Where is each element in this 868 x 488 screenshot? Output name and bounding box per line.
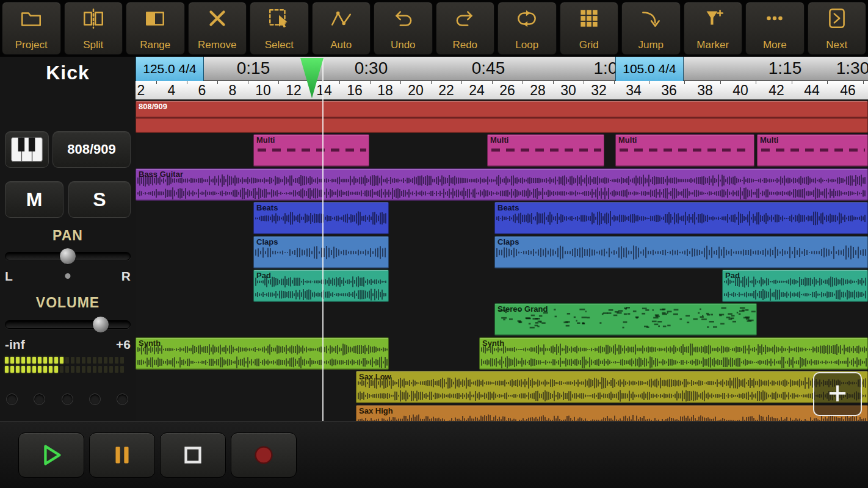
clip-label: Pad bbox=[725, 271, 740, 280]
range-icon bbox=[143, 6, 167, 30]
audio-clip[interactable]: Multi bbox=[487, 134, 604, 167]
marker-button[interactable]: Marker bbox=[684, 2, 743, 55]
meter-segment bbox=[104, 357, 107, 364]
clip-waveform bbox=[136, 101, 868, 133]
marker-icon bbox=[701, 6, 725, 30]
audio-clip[interactable]: Bass Guitar bbox=[136, 168, 868, 201]
undo-button[interactable]: Undo bbox=[374, 2, 433, 55]
range-button[interactable]: Range bbox=[126, 2, 185, 55]
clip-waveform bbox=[136, 169, 868, 201]
bar-number: 20 bbox=[408, 82, 424, 99]
meter-segment bbox=[10, 357, 14, 364]
audio-clip[interactable]: Synth bbox=[479, 337, 868, 370]
track-row-claps: ClapsClaps bbox=[136, 236, 868, 268]
audio-clip[interactable]: Stereo Grand bbox=[494, 303, 757, 336]
timeline-ruler[interactable]: 0:150:300:451:01:151:30125.0 4/4105.0 4/… bbox=[136, 57, 868, 99]
audio-clip[interactable]: Synth bbox=[136, 337, 389, 370]
page-dot[interactable] bbox=[34, 393, 45, 405]
audio-clip[interactable]: Beats bbox=[494, 202, 868, 234]
page-dot[interactable] bbox=[117, 393, 128, 405]
volume-min-label: -inf bbox=[5, 337, 25, 352]
page-dot[interactable] bbox=[6, 393, 18, 405]
next-button-label: Next bbox=[826, 39, 847, 51]
meter-segment bbox=[115, 357, 118, 364]
meter-segment bbox=[38, 357, 42, 364]
audio-clip[interactable]: 808/909 bbox=[136, 101, 868, 133]
meter-segment bbox=[65, 357, 69, 364]
instrument-button[interactable] bbox=[5, 131, 49, 168]
audio-clip[interactable]: Multi bbox=[757, 134, 868, 167]
redo-button[interactable]: Redo bbox=[436, 2, 495, 55]
pan-slider[interactable] bbox=[5, 247, 131, 265]
meter-row bbox=[5, 366, 131, 373]
clip-waveform bbox=[356, 371, 868, 403]
bar-tick bbox=[863, 81, 864, 84]
mute-button[interactable]: M bbox=[5, 181, 63, 218]
clip-waveform bbox=[495, 237, 868, 268]
clip-label: 808/909 bbox=[139, 102, 167, 111]
split-button[interactable]: Split bbox=[64, 2, 123, 55]
audio-clip[interactable]: Pad bbox=[722, 270, 868, 302]
meter-segment bbox=[16, 357, 20, 364]
solo-button[interactable]: S bbox=[68, 181, 131, 218]
meter-segment bbox=[109, 366, 113, 373]
bar-number: 32 bbox=[591, 82, 607, 99]
bar-number: 18 bbox=[377, 82, 393, 99]
audio-clip[interactable]: Beats bbox=[253, 202, 389, 234]
clip-waveform bbox=[136, 338, 389, 370]
clip-label: Claps bbox=[256, 237, 278, 246]
clip-label: Beats bbox=[256, 203, 278, 212]
loop-button-label: Loop bbox=[515, 39, 538, 51]
range-button-label: Range bbox=[140, 39, 170, 51]
pan-knob[interactable] bbox=[59, 248, 76, 265]
audio-clip[interactable]: Multi bbox=[615, 134, 754, 167]
tempo-marker[interactable]: 105.0 4/4 bbox=[615, 57, 684, 81]
clip-label: Beats bbox=[497, 203, 519, 212]
grid-button[interactable]: Grid bbox=[560, 2, 619, 55]
more-button[interactable]: More bbox=[745, 2, 805, 55]
stop-button[interactable] bbox=[160, 432, 226, 478]
arrangement-area[interactable]: 808/909MultiMultiMultiMultiBass GuitarBe… bbox=[136, 99, 868, 421]
volume-knob[interactable] bbox=[92, 316, 109, 333]
audio-clip[interactable]: Sax High bbox=[356, 405, 868, 421]
bar-ruler[interactable]: 2468101214161820222426283032343638404244… bbox=[136, 81, 868, 99]
track-row-pad: PadPad bbox=[136, 270, 868, 302]
record-button[interactable] bbox=[231, 432, 297, 478]
play-button[interactable] bbox=[18, 432, 84, 478]
clip-label: Synth bbox=[139, 339, 161, 348]
select-button[interactable]: Select bbox=[250, 2, 309, 55]
next-button[interactable]: Next bbox=[808, 2, 867, 55]
audio-clip[interactable]: Claps bbox=[494, 236, 868, 268]
loop-button[interactable]: Loop bbox=[497, 2, 557, 55]
meter-segment bbox=[27, 357, 31, 364]
audio-clip[interactable]: Sax Low bbox=[356, 371, 868, 403]
meter-segment bbox=[93, 366, 96, 373]
bar-tick bbox=[756, 81, 756, 84]
instrument-name-button[interactable]: 808/909 bbox=[52, 131, 131, 168]
page-dot[interactable] bbox=[62, 393, 73, 405]
auto-button[interactable]: Auto bbox=[312, 2, 371, 55]
audio-clip[interactable]: Multi bbox=[253, 134, 369, 167]
time-ruler[interactable]: 0:150:300:451:01:151:30125.0 4/4105.0 4/… bbox=[136, 57, 868, 81]
play-icon bbox=[37, 441, 65, 469]
tempo-marker[interactable]: 125.0 4/4 bbox=[136, 57, 204, 81]
bar-number: 10 bbox=[255, 82, 271, 99]
project-button[interactable]: Project bbox=[2, 2, 61, 55]
instrument-name: 808/909 bbox=[67, 142, 116, 157]
track-row-sax-high: Sax High bbox=[136, 405, 868, 421]
daw-app: Project Split Range Remove Select Auto U… bbox=[0, 0, 868, 488]
volume-slider[interactable] bbox=[5, 315, 131, 334]
redo-button-label: Redo bbox=[452, 39, 477, 51]
add-track-button[interactable]: + bbox=[813, 372, 862, 416]
remove-button[interactable]: Remove bbox=[188, 2, 247, 55]
bar-tick bbox=[187, 81, 187, 84]
page-dot[interactable] bbox=[89, 393, 101, 405]
audio-clip[interactable]: Pad bbox=[253, 270, 389, 302]
track-row-beats: BeatsBeats bbox=[136, 202, 868, 234]
mute-label: M bbox=[26, 188, 43, 211]
bar-number: 24 bbox=[469, 82, 485, 99]
pause-button[interactable] bbox=[89, 432, 155, 478]
audio-clip[interactable]: Claps bbox=[253, 236, 389, 268]
jump-button[interactable]: Jump bbox=[621, 2, 681, 55]
meter-segment bbox=[54, 357, 58, 364]
